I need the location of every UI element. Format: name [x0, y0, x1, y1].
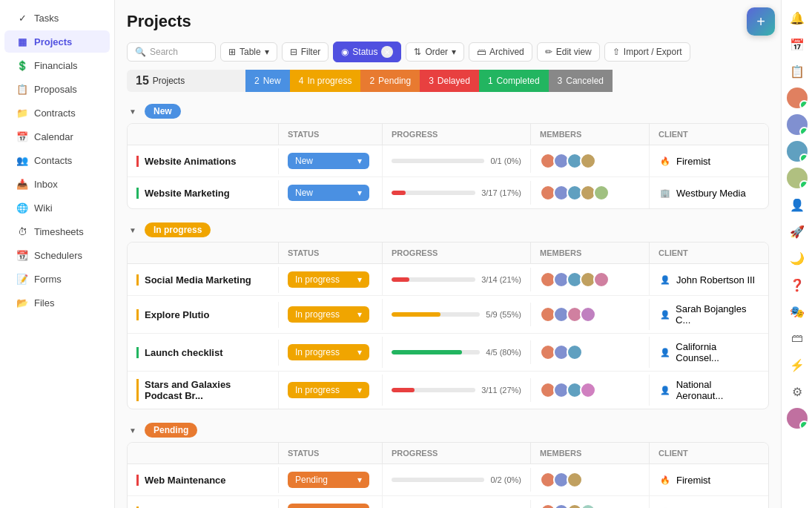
- project-name-cell: Website Animations: [128, 148, 279, 174]
- chevron-down-icon: ▾: [357, 347, 362, 357]
- group-label[interactable]: New: [145, 104, 181, 119]
- sidebar-item-projects[interactable]: ▦ Projects: [4, 30, 110, 53]
- status-close-icon[interactable]: ✕: [381, 46, 393, 58]
- status-cell[interactable]: Pending ▾: [279, 464, 383, 495]
- progress-bar-track: [392, 388, 475, 392]
- user-avatar-bottom[interactable]: [785, 406, 809, 430]
- filter-button[interactable]: ⊟ Filter: [282, 42, 329, 62]
- progress-cell: 0/1 (0%): [383, 149, 531, 173]
- lightning-icon[interactable]: ⚡: [785, 353, 809, 377]
- status-cell[interactable]: New ▾: [279, 145, 383, 177]
- archived-button[interactable]: 🗃 Archived: [469, 42, 532, 62]
- client-name: California Counsel...: [676, 341, 759, 363]
- col-members: Members: [531, 443, 650, 464]
- sidebar-item-calendar[interactable]: 📅 Calendar: [4, 125, 110, 148]
- sidebar-item-contacts[interactable]: 👥 Contacts: [4, 149, 110, 171]
- chevron-down-icon: ▾: [357, 385, 362, 395]
- summary-new[interactable]: 2 New: [245, 70, 290, 92]
- avatar-2[interactable]: [785, 113, 809, 136]
- import-export-button[interactable]: ⇧ Import / Export: [604, 42, 690, 62]
- status-badge[interactable]: Pending ▾: [288, 472, 369, 488]
- avatar-4[interactable]: [785, 166, 809, 190]
- summary-completed[interactable]: 1 Completed: [479, 70, 549, 92]
- add-button[interactable]: +: [747, 7, 775, 36]
- status-cell[interactable]: In progress ▾: [279, 375, 383, 406]
- sidebar-item-inbox[interactable]: 📥 Inbox: [4, 173, 110, 195]
- sidebar-item-files[interactable]: 📂 Files: [4, 291, 110, 314]
- sidebar-item-proposals[interactable]: 📋 Proposals: [4, 78, 110, 100]
- notification-icon[interactable]: 🔔: [785, 6, 809, 30]
- status-cell[interactable]: Pending ▾: [279, 496, 383, 508]
- avatar-3[interactable]: [785, 139, 809, 163]
- group-chevron-icon[interactable]: ▼: [127, 105, 139, 117]
- sidebar-item-forms[interactable]: 📝 Forms: [4, 268, 110, 290]
- project-name: Stars and Galaxies Podcast Br...: [136, 379, 269, 401]
- project-name-cell: Stars and Galaxies Podcast Br...: [128, 372, 279, 409]
- sidebar-item-schedulers[interactable]: 📆 Schedulers: [4, 244, 110, 266]
- search-input[interactable]: 🔍 Search: [127, 42, 216, 62]
- status-cell[interactable]: In progress ▾: [279, 337, 383, 368]
- moon-icon[interactable]: 🌙: [785, 246, 809, 270]
- mask-icon[interactable]: 🎭: [785, 300, 809, 323]
- progress-cell: 4/5 (80%): [383, 340, 531, 364]
- avatar-1[interactable]: [785, 86, 809, 110]
- progress-bar-fill: [392, 277, 409, 282]
- group-header: ▼ In progress: [127, 222, 769, 237]
- sidebar-item-timesheets[interactable]: ⏱ Timesheets: [4, 220, 110, 243]
- group-chevron-icon[interactable]: ▼: [127, 224, 139, 236]
- settings-icon[interactable]: ⚙: [785, 380, 809, 403]
- archive-right-icon[interactable]: 🗃: [785, 326, 809, 350]
- sidebar-item-financials[interactable]: 💲 Financials: [4, 54, 110, 76]
- edit-view-button[interactable]: ✏ Edit view: [537, 42, 600, 62]
- contacts-icon: 👥: [16, 154, 28, 166]
- avatar-group: [540, 382, 640, 398]
- group-label[interactable]: Pending: [145, 423, 197, 438]
- order-button[interactable]: ⇅ Order ▾: [406, 42, 464, 62]
- project-table: Status Progress Members Client Social Me…: [127, 242, 769, 409]
- user-add-icon[interactable]: 👤: [785, 193, 809, 217]
- group-label[interactable]: In progress: [145, 222, 211, 237]
- status-badge[interactable]: In progress ▾: [288, 271, 369, 288]
- sidebar-item-tasks[interactable]: ✓ Tasks: [4, 7, 110, 29]
- project-name-cell: Productivity Blog Posts: [128, 499, 279, 509]
- rocket-icon[interactable]: 🚀: [785, 220, 809, 243]
- summary-pending[interactable]: 2 Pending: [360, 70, 420, 92]
- col-client: Client: [650, 124, 768, 145]
- status-badge[interactable]: In progress ▾: [288, 382, 369, 398]
- avatar-group: [540, 306, 640, 323]
- project-name-cell: Website Marketing: [128, 180, 279, 206]
- status-cell[interactable]: In progress ▾: [279, 264, 383, 295]
- progress-bar-fill: [392, 350, 462, 354]
- help-icon[interactable]: ❓: [785, 273, 809, 297]
- chevron-down-icon: ▾: [357, 309, 362, 320]
- progress-bar-track: [392, 312, 480, 317]
- client-icon: 🏢: [658, 505, 672, 508]
- summary-canceled[interactable]: 3 Canceled: [549, 70, 613, 92]
- sidebar: ✓ Tasks ▦ Projects 💲 Financials 📋 Propos…: [0, 0, 115, 508]
- timesheets-icon: ⏱: [16, 225, 28, 237]
- group-chevron-icon[interactable]: ▼: [127, 424, 139, 436]
- status-badge[interactable]: In progress ▾: [288, 306, 369, 323]
- status-badge[interactable]: New ▾: [288, 153, 369, 169]
- avatar-group: [540, 472, 640, 488]
- table-row: Social Media Marketing In progress ▾ 3/1…: [128, 264, 768, 296]
- status-badge[interactable]: In progress ▾: [288, 344, 369, 360]
- status-badge[interactable]: New ▾: [288, 185, 369, 201]
- main-content: Projects 🔍 Search ⊞ Table ▾ ⊟ Filter ◉ S…: [115, 0, 781, 508]
- projects-icon: ▦: [16, 36, 28, 47]
- filter-icon: ⊟: [290, 47, 297, 57]
- summary-inprogress[interactable]: 4 In progress: [290, 70, 361, 92]
- client-icon: 🔥: [658, 473, 672, 486]
- sidebar-item-contracts[interactable]: 📁 Contracts: [4, 102, 110, 124]
- calendar-right-icon[interactable]: 📅: [785, 33, 809, 56]
- notes-icon[interactable]: 📋: [785, 59, 809, 83]
- summary-delayed[interactable]: 3 Delayed: [420, 70, 479, 92]
- table-row: Launch checklist In progress ▾ 4/5 (80%): [128, 334, 768, 372]
- sidebar-item-wiki[interactable]: 🌐 Wiki: [4, 197, 110, 219]
- status-cell[interactable]: In progress ▾: [279, 299, 383, 330]
- status-cell[interactable]: New ▾: [279, 177, 383, 208]
- table-button[interactable]: ⊞ Table ▾: [220, 42, 277, 62]
- progress-bar-track: [392, 350, 480, 354]
- status-badge[interactable]: Pending ▾: [288, 504, 369, 508]
- status-button[interactable]: ◉ Status ✕: [333, 42, 401, 62]
